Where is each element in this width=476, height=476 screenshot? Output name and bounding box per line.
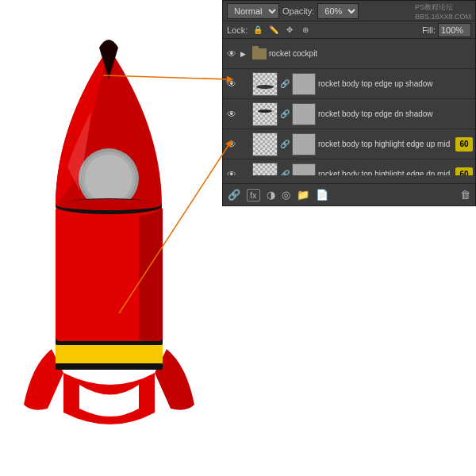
folder-icon (252, 48, 267, 60)
layer-thumbnail (252, 132, 278, 156)
layers-panel: 👁 ▶ rocket cockpit 👁 🔗 rocket body top e… (223, 39, 475, 175)
folder-new-icon[interactable]: 📁 (297, 189, 309, 201)
layer-row[interactable]: 👁 🔗 rocket body top highlight edge dn mi… (223, 159, 475, 175)
layer-mask-thumb (292, 73, 316, 95)
adjustment-icon[interactable]: ◎ (282, 189, 290, 201)
layer-mask-thumb (292, 133, 316, 155)
brush-icon[interactable]: ✏️ (268, 25, 279, 36)
layer-toolbar: 🔗 fx ◑ ◎ 📁 📄 🗑 (223, 183, 475, 205)
lock-bar: Lock: 🔒 ✏️ ✥ ⊕ Fill: (223, 21, 475, 39)
chain-icon[interactable]: 🔗 (280, 138, 290, 151)
eye-icon[interactable]: 👁 (225, 48, 238, 60)
watermark: PS教程论坛BBS.16XX8.COM (415, 2, 471, 21)
layer-name: rocket cockpit (269, 49, 473, 58)
fill-input[interactable] (438, 23, 471, 37)
photoshop-panel: Normal Opacity: 60% PS教程论坛BBS.16XX8.COM … (222, 0, 476, 206)
chain-icon[interactable]: 🔗 (280, 78, 290, 90)
chain-icon[interactable]: 🔗 (280, 168, 290, 176)
layer-name: rocket body top edge up shadow (318, 79, 473, 88)
lock-label: Lock: (227, 25, 248, 35)
rocket-illustration (8, 8, 214, 468)
opacity-label: Opacity: (282, 6, 314, 16)
lock-icon[interactable]: 🔒 (252, 25, 263, 36)
blend-mode-select[interactable]: Normal (227, 3, 279, 19)
link-icon[interactable]: 🔗 (228, 189, 240, 201)
layer-name: rocket body top edge dn shadow (318, 109, 473, 118)
layer-thumbnail (252, 163, 278, 176)
layer-row[interactable]: 👁 🔗 rocket body top edge dn shadow (223, 99, 475, 129)
svg-point-10 (56, 199, 162, 210)
eye-icon[interactable]: 👁 (225, 168, 238, 176)
fill-label: Fill: (422, 25, 436, 35)
eye-icon[interactable]: 👁 (225, 78, 238, 90)
delete-layer-icon[interactable]: 🗑 (460, 189, 470, 201)
layer-thumbnail (252, 102, 278, 126)
new-layer-icon[interactable]: 📄 (316, 189, 328, 201)
layer-name: rocket body top highlight edge up mid (318, 140, 453, 148)
opacity-select[interactable]: 60% (317, 3, 359, 19)
eye-icon[interactable]: 👁 (225, 108, 238, 121)
svg-point-8 (85, 155, 132, 202)
layer-row[interactable]: 👁 ▶ rocket cockpit (223, 39, 475, 69)
fx-icon[interactable]: fx (247, 189, 260, 202)
chain-icon[interactable]: 🔗 (280, 108, 290, 121)
opacity-badge: 60 (455, 137, 473, 152)
layer-thumbnail (252, 72, 278, 96)
layer-mask-thumb (292, 163, 316, 176)
expand-arrow[interactable]: ▶ (240, 50, 250, 58)
layer-row[interactable]: 👁 🔗 rocket body top edge up shadow (223, 69, 475, 99)
layer-row[interactable]: 👁 🔗 rocket body top highlight edge up mi… (223, 129, 475, 159)
svg-rect-2 (56, 363, 163, 370)
opacity-badge: 60 (455, 167, 473, 176)
lock2-icon[interactable]: ⊕ (300, 25, 311, 36)
mask-icon[interactable]: ◑ (267, 189, 275, 201)
svg-rect-4 (139, 206, 163, 341)
move-icon[interactable]: ✥ (284, 25, 295, 36)
eye-icon[interactable]: 👁 (225, 138, 238, 151)
layer-name: rocket body top highlight edge dn mid (318, 170, 453, 175)
blend-opacity-bar: Normal Opacity: 60% PS教程论坛BBS.16XX8.COM (223, 1, 475, 21)
layer-mask-thumb (292, 103, 316, 125)
